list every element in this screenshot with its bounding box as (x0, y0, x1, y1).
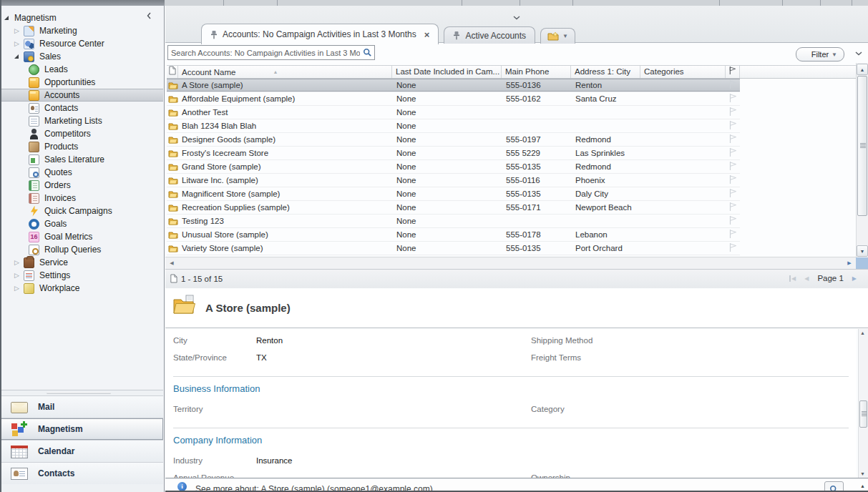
cell-account-name[interactable]: Unusual Store (sample) (178, 230, 392, 239)
sidebar-tree-item[interactable]: Orders (0, 179, 163, 192)
row-follow-flag-icon[interactable] (726, 229, 740, 240)
scroll-left-icon[interactable]: ◀ (166, 257, 177, 268)
tree-expander-icon[interactable]: ▷ (14, 24, 24, 37)
sidebar-nav-button[interactable]: Contacts (0, 462, 163, 484)
tree-expander-icon[interactable] (14, 54, 19, 59)
table-row[interactable]: Variety Store (sample) None 555-0135 Por… (167, 242, 740, 255)
tab-close-icon[interactable]: × (424, 29, 430, 40)
sidebar-tree-item[interactable]: Sales Literature (0, 153, 163, 166)
sidebar-tree-item[interactable]: ▷ Settings (0, 269, 163, 282)
cell-account-name[interactable]: Testing 123 (178, 217, 392, 225)
cell-account-name[interactable]: Litware Inc. (sample) (178, 176, 392, 184)
row-follow-flag-icon[interactable] (726, 161, 740, 172)
row-follow-flag-icon[interactable] (726, 93, 740, 104)
previous-page-icon[interactable]: ◀ (804, 275, 809, 282)
row-follow-flag-icon[interactable] (726, 174, 740, 186)
cell-account-name[interactable]: Affordable Equipment (sample) (178, 94, 392, 103)
table-row[interactable]: Designer Goods (sample) None 555-0197 Re… (167, 133, 740, 147)
sidebar-tree-item[interactable]: Marketing Lists (0, 114, 163, 127)
next-page-icon[interactable]: ▶ (852, 275, 857, 282)
tree-expander-icon[interactable] (4, 16, 9, 20)
sidebar-tree-item[interactable]: ▷ Service (0, 256, 163, 269)
search-input[interactable] (167, 45, 375, 60)
table-row[interactable]: Grand Store (sample) None 555-0135 Redmo… (167, 160, 740, 174)
field-value-left[interactable]: TX (256, 353, 531, 362)
sidebar-tree-item[interactable]: Invoices (0, 192, 163, 205)
field-value-left[interactable]: Insurance (256, 456, 531, 465)
grid-scrollbar-thumb[interactable] (857, 76, 867, 216)
form-scroll-up-icon[interactable]: ▲ (860, 330, 865, 335)
row-follow-flag-icon[interactable] (726, 215, 740, 227)
cell-account-name[interactable]: Blah 1234 Blah Blah (178, 122, 392, 130)
sidebar-tree-item[interactable]: Goals (0, 217, 163, 230)
sidebar-tree-item[interactable]: Contacts (0, 102, 163, 114)
table-row[interactable]: Magnificent Store (sample) None 555-0135… (167, 187, 740, 201)
row-follow-flag-icon[interactable] (726, 242, 740, 254)
sidebar-tree-item[interactable]: Rollup Queries (0, 243, 163, 256)
table-row[interactable]: Recreation Supplies (sample) None 555-01… (167, 201, 740, 215)
table-row[interactable]: Unusual Store (sample) None 555-0178 Leb… (167, 228, 740, 242)
cell-account-name[interactable]: Another Test (178, 108, 392, 117)
view-tab[interactable]: Accounts: No Campaign Activities in Last… (201, 24, 439, 44)
filter-button[interactable]: Filter ▼ (796, 47, 844, 62)
sidebar-tree-item[interactable]: Accounts (0, 89, 163, 102)
cell-account-name[interactable]: Frosty's Icecream Store (178, 149, 392, 157)
scroll-up-icon[interactable]: ▲ (857, 64, 868, 75)
sidebar-nav-button[interactable]: Magnetism (0, 418, 163, 440)
field-value-left[interactable]: Renton (256, 336, 531, 345)
row-follow-flag-icon[interactable] (726, 188, 740, 200)
column-header-flag-icon[interactable] (726, 66, 740, 78)
pin-icon[interactable] (210, 30, 218, 39)
sidebar-tree-item[interactable]: Quotes (0, 166, 163, 179)
pin-icon[interactable] (453, 31, 460, 40)
column-header-main-phone[interactable]: Main Phone (502, 66, 571, 78)
new-view-tab-button[interactable]: ▼ (540, 28, 575, 44)
column-header-account-name[interactable]: Account Name▲ (178, 66, 392, 78)
cell-account-name[interactable]: Variety Store (sample) (178, 244, 392, 252)
cell-account-name[interactable]: Magnificent Store (sample) (178, 190, 392, 198)
table-row[interactable]: Testing 123 None (167, 215, 740, 228)
sidebar-nav-button[interactable]: Calendar (0, 440, 163, 462)
sidebar-nav-button[interactable]: Mail (0, 395, 163, 418)
row-follow-flag-icon[interactable] (726, 120, 740, 132)
first-page-icon[interactable]: ◀ (789, 275, 796, 282)
new-tab-dropdown-icon[interactable]: ▼ (562, 33, 568, 39)
collapse-pane-chevron-icon[interactable] (513, 10, 520, 23)
grid-horizontal-scrollbar[interactable]: ◀ ▶ (165, 257, 856, 269)
tree-expander-icon[interactable]: ▷ (14, 256, 24, 269)
tree-expander-icon[interactable]: ▷ (14, 282, 24, 295)
sidebar-tree-item[interactable]: Sales (0, 50, 163, 63)
footer-scroll-up-icon[interactable]: ▲ (860, 483, 865, 488)
cell-account-name[interactable]: Designer Goods (sample) (178, 135, 392, 144)
column-header-categories[interactable]: Categories (640, 66, 726, 78)
row-follow-flag-icon[interactable] (726, 79, 740, 91)
sidebar-tree-item[interactable]: Quick Campaigns (0, 205, 163, 217)
search-icon[interactable] (363, 48, 372, 57)
table-row[interactable]: Affordable Equipment (sample) None 555-0… (167, 92, 740, 106)
row-follow-flag-icon[interactable] (726, 202, 740, 213)
sidebar-tree-item[interactable]: ▷ Workplace (0, 282, 163, 295)
row-follow-flag-icon[interactable] (726, 134, 740, 145)
sidebar-tree-item[interactable]: Competitors (0, 127, 163, 140)
row-follow-flag-icon[interactable] (726, 107, 740, 118)
sidebar-tree-item[interactable]: Magnetism (0, 11, 163, 24)
row-follow-flag-icon[interactable] (726, 147, 740, 159)
cell-account-name[interactable]: Recreation Supplies (sample) (178, 203, 392, 212)
table-row[interactable]: Another Test None (167, 106, 740, 119)
table-row[interactable]: Litware Inc. (sample) None 555-0116 Phoe… (167, 174, 740, 187)
view-tab[interactable]: Active Accounts × (444, 26, 535, 44)
sidebar-tree-item[interactable]: ▷ Resource Center (0, 37, 163, 50)
sidebar-tree-item[interactable]: Products (0, 140, 163, 153)
column-header-city[interactable]: Address 1: City (571, 66, 640, 78)
table-row[interactable]: A Store (sample) None 555-0136 Renton (167, 79, 740, 92)
table-row[interactable]: Blah 1234 Blah Blah None (167, 119, 740, 133)
cell-account-name[interactable]: A Store (sample) (178, 81, 392, 89)
cell-account-name[interactable]: Grand Store (sample) (178, 162, 392, 171)
form-scrollbar-thumb[interactable] (859, 400, 867, 428)
nav-splitter-handle[interactable] (0, 390, 163, 395)
sidebar-tree-item[interactable]: ▷ Marketing (0, 24, 163, 37)
table-row[interactable]: Frosty's Icecream Store None 555 5229 La… (167, 147, 740, 160)
form-vertical-scrollbar[interactable]: ▲ ▼ (858, 329, 868, 478)
column-header-last-date[interactable]: Last Date Included in Cam... (392, 66, 502, 78)
tree-expander-icon[interactable]: ▷ (14, 269, 24, 282)
